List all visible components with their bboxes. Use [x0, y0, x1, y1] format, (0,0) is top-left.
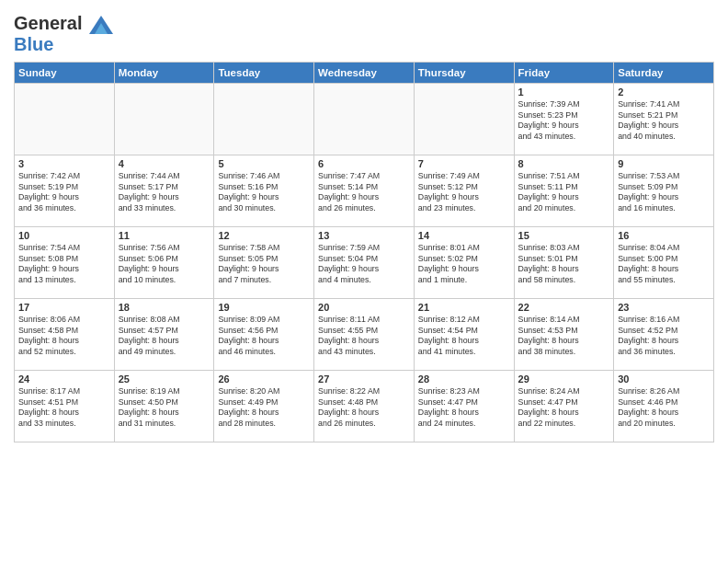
day-info: Sunrise: 8:24 AM Sunset: 4:47 PM Dayligh…	[518, 386, 610, 431]
day-number: 3	[18, 158, 110, 169]
day-number: 24	[18, 373, 110, 385]
calendar-cell: 6Sunrise: 7:47 AM Sunset: 5:14 PM Daylig…	[314, 155, 415, 226]
day-number: 21	[418, 302, 510, 313]
calendar-cell: 29Sunrise: 8:24 AM Sunset: 4:47 PM Dayli…	[514, 370, 614, 442]
calendar-cell	[214, 83, 314, 155]
calendar-table: SundayMondayTuesdayWednesdayThursdayFrid…	[14, 62, 714, 442]
day-number: 4	[119, 158, 210, 169]
calendar-cell: 23Sunrise: 8:16 AM Sunset: 4:52 PM Dayli…	[614, 298, 714, 370]
day-info: Sunrise: 8:17 AM Sunset: 4:51 PM Dayligh…	[18, 386, 110, 431]
calendar-cell: 7Sunrise: 7:49 AM Sunset: 5:12 PM Daylig…	[414, 155, 514, 226]
day-number: 17	[18, 302, 110, 313]
calendar-cell: 1Sunrise: 7:39 AM Sunset: 5:23 PM Daylig…	[514, 83, 614, 155]
day-info: Sunrise: 8:06 AM Sunset: 4:58 PM Dayligh…	[18, 315, 110, 359]
day-number: 30	[618, 373, 710, 385]
calendar-cell: 14Sunrise: 8:01 AM Sunset: 5:02 PM Dayli…	[414, 226, 514, 298]
calendar-cell: 10Sunrise: 7:54 AM Sunset: 5:08 PM Dayli…	[15, 226, 115, 298]
day-info: Sunrise: 8:04 AM Sunset: 5:00 PM Dayligh…	[618, 243, 710, 287]
logo: General Blue	[14, 13, 113, 54]
calendar-cell: 17Sunrise: 8:06 AM Sunset: 4:58 PM Dayli…	[15, 298, 115, 370]
day-info: Sunrise: 8:19 AM Sunset: 4:50 PM Dayligh…	[119, 386, 210, 431]
day-info: Sunrise: 7:58 AM Sunset: 5:05 PM Dayligh…	[218, 243, 310, 287]
day-info: Sunrise: 8:20 AM Sunset: 4:49 PM Dayligh…	[218, 386, 310, 431]
calendar-cell: 8Sunrise: 7:51 AM Sunset: 5:11 PM Daylig…	[514, 155, 614, 226]
day-number: 8	[518, 158, 610, 169]
week-row-2: 3Sunrise: 7:42 AM Sunset: 5:19 PM Daylig…	[15, 155, 714, 226]
calendar-cell: 20Sunrise: 8:11 AM Sunset: 4:55 PM Dayli…	[314, 298, 415, 370]
calendar-cell: 15Sunrise: 8:03 AM Sunset: 5:01 PM Dayli…	[514, 226, 614, 298]
day-number: 1	[518, 86, 610, 98]
day-number: 11	[119, 230, 210, 241]
day-number: 28	[418, 373, 510, 385]
day-number: 9	[618, 158, 710, 169]
day-number: 26	[218, 373, 310, 385]
day-info: Sunrise: 8:01 AM Sunset: 5:02 PM Dayligh…	[418, 243, 510, 287]
day-info: Sunrise: 8:08 AM Sunset: 4:57 PM Dayligh…	[119, 315, 210, 359]
calendar-cell: 21Sunrise: 8:12 AM Sunset: 4:54 PM Dayli…	[414, 298, 514, 370]
calendar-cell	[114, 83, 214, 155]
weekday-header-row: SundayMondayTuesdayWednesdayThursdayFrid…	[15, 62, 714, 83]
day-number: 18	[119, 302, 210, 313]
day-info: Sunrise: 8:03 AM Sunset: 5:01 PM Dayligh…	[518, 243, 610, 287]
calendar-cell	[314, 83, 415, 155]
day-number: 7	[418, 158, 510, 169]
calendar-cell: 3Sunrise: 7:42 AM Sunset: 5:19 PM Daylig…	[15, 155, 115, 226]
day-number: 14	[418, 230, 510, 241]
day-number: 27	[318, 373, 410, 385]
day-info: Sunrise: 7:53 AM Sunset: 5:09 PM Dayligh…	[618, 171, 710, 215]
calendar-cell: 25Sunrise: 8:19 AM Sunset: 4:50 PM Dayli…	[114, 370, 214, 442]
day-info: Sunrise: 7:46 AM Sunset: 5:16 PM Dayligh…	[218, 171, 310, 215]
weekday-header-sunday: Sunday	[15, 62, 115, 83]
day-number: 16	[618, 230, 710, 241]
week-row-5: 24Sunrise: 8:17 AM Sunset: 4:51 PM Dayli…	[15, 370, 714, 442]
day-number: 6	[318, 158, 410, 169]
calendar-cell	[414, 83, 514, 155]
weekday-header-wednesday: Wednesday	[314, 62, 415, 83]
day-number: 23	[618, 302, 710, 313]
calendar-cell	[15, 83, 115, 155]
calendar-cell: 28Sunrise: 8:23 AM Sunset: 4:47 PM Dayli…	[414, 370, 514, 442]
calendar-cell: 11Sunrise: 7:56 AM Sunset: 5:06 PM Dayli…	[114, 226, 214, 298]
day-number: 13	[318, 230, 410, 241]
calendar-cell: 27Sunrise: 8:22 AM Sunset: 4:48 PM Dayli…	[314, 370, 415, 442]
calendar-cell: 5Sunrise: 7:46 AM Sunset: 5:16 PM Daylig…	[214, 155, 314, 226]
calendar-cell: 2Sunrise: 7:41 AM Sunset: 5:21 PM Daylig…	[614, 83, 714, 155]
weekday-header-thursday: Thursday	[414, 62, 514, 83]
week-row-1: 1Sunrise: 7:39 AM Sunset: 5:23 PM Daylig…	[15, 83, 714, 155]
header: General Blue	[14, 9, 714, 54]
day-number: 2	[618, 86, 710, 98]
day-number: 22	[518, 302, 610, 313]
day-number: 15	[518, 230, 610, 241]
week-row-3: 10Sunrise: 7:54 AM Sunset: 5:08 PM Dayli…	[15, 226, 714, 298]
calendar-cell: 12Sunrise: 7:58 AM Sunset: 5:05 PM Dayli…	[214, 226, 314, 298]
day-number: 25	[119, 373, 210, 385]
weekday-header-tuesday: Tuesday	[214, 62, 314, 83]
day-number: 19	[218, 302, 310, 313]
week-row-4: 17Sunrise: 8:06 AM Sunset: 4:58 PM Dayli…	[15, 298, 714, 370]
day-info: Sunrise: 7:42 AM Sunset: 5:19 PM Dayligh…	[18, 171, 110, 215]
day-info: Sunrise: 7:41 AM Sunset: 5:21 PM Dayligh…	[618, 99, 710, 144]
day-info: Sunrise: 8:16 AM Sunset: 4:52 PM Dayligh…	[618, 315, 710, 359]
calendar-cell: 9Sunrise: 7:53 AM Sunset: 5:09 PM Daylig…	[614, 155, 714, 226]
day-info: Sunrise: 7:49 AM Sunset: 5:12 PM Dayligh…	[418, 171, 510, 215]
day-number: 5	[218, 158, 310, 169]
day-number: 12	[218, 230, 310, 241]
day-info: Sunrise: 8:12 AM Sunset: 4:54 PM Dayligh…	[418, 315, 510, 359]
calendar-cell: 30Sunrise: 8:26 AM Sunset: 4:46 PM Dayli…	[614, 370, 714, 442]
day-info: Sunrise: 7:56 AM Sunset: 5:06 PM Dayligh…	[119, 243, 210, 287]
calendar-cell: 18Sunrise: 8:08 AM Sunset: 4:57 PM Dayli…	[114, 298, 214, 370]
day-info: Sunrise: 7:54 AM Sunset: 5:08 PM Dayligh…	[18, 243, 110, 287]
day-number: 29	[518, 373, 610, 385]
day-info: Sunrise: 8:26 AM Sunset: 4:46 PM Dayligh…	[618, 386, 710, 431]
calendar-cell: 24Sunrise: 8:17 AM Sunset: 4:51 PM Dayli…	[15, 370, 115, 442]
calendar-cell: 4Sunrise: 7:44 AM Sunset: 5:17 PM Daylig…	[114, 155, 214, 226]
day-info: Sunrise: 8:23 AM Sunset: 4:47 PM Dayligh…	[418, 386, 510, 431]
day-info: Sunrise: 7:47 AM Sunset: 5:14 PM Dayligh…	[318, 171, 410, 215]
day-info: Sunrise: 7:51 AM Sunset: 5:11 PM Dayligh…	[518, 171, 610, 215]
calendar-cell: 22Sunrise: 8:14 AM Sunset: 4:53 PM Dayli…	[514, 298, 614, 370]
day-info: Sunrise: 8:14 AM Sunset: 4:53 PM Dayligh…	[518, 315, 610, 359]
calendar-cell: 26Sunrise: 8:20 AM Sunset: 4:49 PM Dayli…	[214, 370, 314, 442]
day-number: 20	[318, 302, 410, 313]
logo-text: General Blue	[14, 13, 113, 54]
page-container: General Blue SundayMondayTuesd	[0, 0, 728, 447]
